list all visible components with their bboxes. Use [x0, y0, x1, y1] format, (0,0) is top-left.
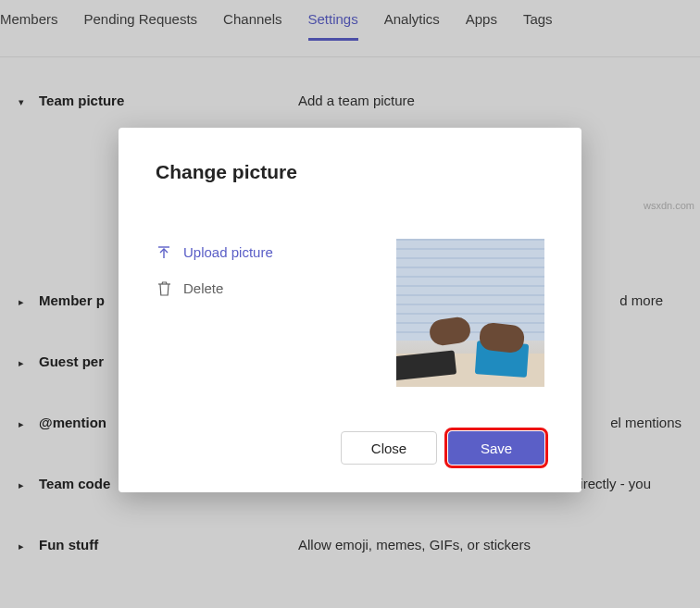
- trash-icon: [156, 281, 172, 296]
- change-picture-dialog: Change picture Upload picture Delete: [119, 128, 581, 492]
- modal-overlay: Change picture Upload picture Delete: [0, 0, 700, 608]
- close-button[interactable]: Close: [341, 431, 437, 465]
- delete-picture-label: Delete: [183, 280, 223, 296]
- upload-picture-button[interactable]: Upload picture: [156, 244, 273, 260]
- upload-picture-label: Upload picture: [183, 244, 273, 260]
- dialog-title: Change picture: [156, 161, 544, 183]
- picture-preview: [396, 239, 544, 387]
- save-button[interactable]: Save: [448, 431, 544, 465]
- watermark: wsxdn.com: [644, 200, 694, 211]
- delete-picture-button[interactable]: Delete: [156, 280, 273, 296]
- upload-icon: [156, 245, 172, 260]
